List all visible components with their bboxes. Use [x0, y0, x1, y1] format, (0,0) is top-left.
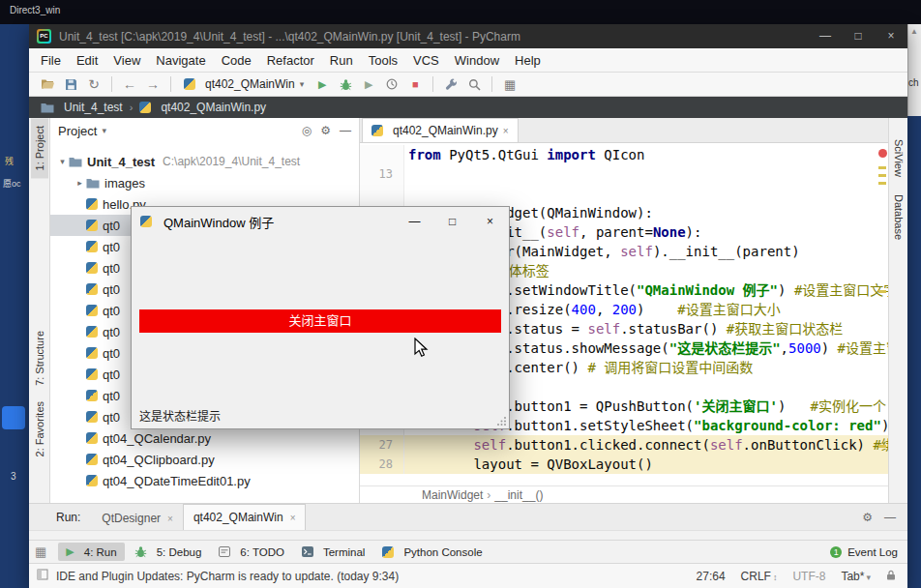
resize-grip[interactable]: [496, 416, 507, 426]
locate-icon[interactable]: ◎: [302, 124, 312, 137]
menu-file[interactable]: File: [33, 50, 69, 71]
grid-icon[interactable]: ▦: [499, 74, 520, 95]
project-panel-title[interactable]: Project: [58, 124, 97, 138]
desktop-icon[interactable]: [2, 406, 25, 429]
statusbar-corner-icon[interactable]: [37, 569, 48, 583]
menu-window[interactable]: Window: [447, 50, 507, 71]
minimize-button[interactable]: —: [809, 24, 842, 48]
menu-edit[interactable]: Edit: [69, 50, 105, 71]
coverage-icon[interactable]: ▶: [358, 74, 379, 95]
bottom-toolbar-items: ▶4: Run5: Debug6: TODOTerminalPython Con…: [58, 543, 490, 561]
close-main-window-button[interactable]: 关闭主窗口: [139, 309, 501, 333]
tree-item-label: qt0: [103, 240, 120, 254]
maximize-button[interactable]: □: [433, 207, 471, 236]
toolwindow-button-favorites[interactable]: 2: Favorites: [31, 394, 48, 464]
tree-item-path: C:\apk\2019_4\Unit_4_test: [163, 155, 300, 168]
back-icon[interactable]: ←: [119, 74, 140, 95]
line-separator[interactable]: CRLF↕: [741, 570, 778, 583]
run-configuration-label: qt402_QMainWin: [205, 77, 295, 91]
toolwindow-switcher-icon[interactable]: ▦: [35, 544, 46, 559]
toolwindow-button-5-debug[interactable]: 5: Debug: [127, 543, 210, 561]
stop-icon[interactable]: ■: [404, 74, 426, 95]
menu-code[interactable]: Code: [214, 50, 259, 71]
gear-icon[interactable]: ⚙: [862, 511, 873, 524]
tree-item-label: qt0: [103, 261, 120, 276]
menu-view[interactable]: View: [105, 50, 148, 71]
chevron-right-icon[interactable]: ▸: [74, 178, 86, 188]
wrench-icon[interactable]: [440, 74, 461, 95]
close-tab-icon[interactable]: ×: [290, 513, 296, 523]
toolwindow-button-sciview[interactable]: SciView: [893, 139, 905, 177]
sync-icon[interactable]: ↻: [83, 74, 104, 95]
menu-run[interactable]: Run: [322, 50, 361, 71]
pycharm-titlebar[interactable]: PC Unit_4_test [C:\apk\2019_4\Unit_4_tes…: [29, 24, 907, 48]
editor-tab[interactable]: qt402_QMainWin.py ×: [362, 118, 519, 142]
toolwindow-button-6-todo[interactable]: 6: TODO: [211, 543, 292, 561]
breadcrumb-label: qt402_QMainWin.py: [161, 101, 266, 114]
toolwindow-button-4-run[interactable]: ▶4: Run: [58, 543, 124, 561]
warning-mark: [878, 182, 886, 185]
toolwindow-button-terminal[interactable]: Terminal: [294, 543, 372, 561]
profiler-icon[interactable]: [381, 74, 402, 95]
toolwindow-button-database[interactable]: Database: [893, 194, 905, 240]
forward-icon[interactable]: →: [142, 74, 163, 95]
close-button[interactable]: ×: [471, 207, 509, 236]
menu-vcs[interactable]: VCS: [405, 50, 447, 71]
code-line[interactable]: from PyQt5.QtGui import QIcon: [360, 145, 888, 164]
minimize-button[interactable]: —: [396, 207, 433, 236]
code-line[interactable]: 28 layout = QVBoxLayout(): [360, 455, 888, 474]
updown-arrow-icon: ↕: [773, 573, 778, 582]
open-folder-icon[interactable]: [37, 74, 58, 95]
background-scrollbar[interactable]: ▲: [907, 24, 921, 116]
chevron-down-icon[interactable]: ▾: [102, 126, 106, 135]
tree-item[interactable]: ▾Unit_4_testC:\apk\2019_4\Unit_4_test: [50, 151, 359, 172]
indent-style[interactable]: Tab*▾: [841, 570, 871, 583]
menu-navigate[interactable]: Navigate: [148, 50, 213, 71]
menu-tools[interactable]: Tools: [361, 50, 405, 71]
python-icon: [382, 546, 394, 558]
dialog-titlebar[interactable]: QMainWindow 例子 — □ ×: [132, 207, 509, 236]
toolwindow-button-project[interactable]: 1: Project: [31, 118, 48, 178]
menu-help[interactable]: Help: [507, 50, 549, 71]
chevron-down-icon[interactable]: ▾: [56, 157, 69, 166]
run-configuration-select[interactable]: qt402_QMainWin▾: [178, 77, 310, 91]
save-icon[interactable]: [60, 74, 81, 95]
hide-panel-icon[interactable]: —: [884, 511, 896, 524]
tree-item-label: Unit_4_test: [87, 155, 155, 169]
breadcrumb-item[interactable]: Unit_4_test: [41, 101, 123, 114]
code-line[interactable]: 13: [360, 164, 888, 184]
run-tab[interactable]: qt402_QMainWin×: [183, 504, 307, 530]
status-message[interactable]: IDE and Plugin Updates: PyCharm is ready…: [56, 570, 399, 583]
hide-icon[interactable]: —: [340, 124, 351, 137]
lock-icon[interactable]: [886, 570, 896, 583]
tree-item-label: qt0: [103, 346, 120, 361]
breadcrumb-item[interactable]: __init__(): [494, 488, 543, 502]
tree-item[interactable]: qt04_QClipboard.py: [50, 449, 359, 470]
close-tab-icon[interactable]: ×: [167, 514, 173, 524]
tree-item[interactable]: qt04_QCalendar.py: [50, 427, 359, 449]
dialog-controls: — □ ×: [396, 207, 509, 236]
tree-item[interactable]: ▸images: [50, 172, 359, 193]
breadcrumb-item[interactable]: MainWidget: [422, 488, 483, 502]
background-window-titlebar: Direct3_win: [0, 0, 921, 24]
close-button[interactable]: ×: [875, 24, 907, 48]
close-tab-icon[interactable]: ×: [503, 126, 509, 136]
search-icon[interactable]: [463, 74, 485, 95]
run-icon[interactable]: ▶: [312, 74, 333, 95]
caret-position[interactable]: 27:64: [697, 570, 726, 583]
breadcrumb-item[interactable]: qt402_QMainWin.py: [139, 101, 266, 114]
debug-icon[interactable]: [335, 74, 356, 95]
code-line[interactable]: 27 self.button1.clicked.connect(self.onB…: [360, 435, 888, 455]
maximize-button[interactable]: □: [842, 24, 875, 48]
file-encoding[interactable]: UTF-8: [792, 570, 825, 583]
chevron-down-icon: ▾: [866, 573, 871, 582]
menu-refactor[interactable]: Refactor: [259, 50, 322, 71]
toolwindow-button-structure[interactable]: 7: Structure: [31, 323, 48, 394]
toolwindow-button-python-console[interactable]: Python Console: [374, 543, 490, 561]
code-line[interactable]: [360, 184, 888, 203]
tree-item-label: qt04_QCalendar.py: [103, 431, 211, 446]
event-log-button[interactable]: 1 Event Log: [830, 546, 898, 558]
run-tab[interactable]: QtDesigner×: [92, 507, 183, 530]
tree-item[interactable]: qt04_QDateTimeEdit01.py: [50, 470, 359, 491]
gear-icon[interactable]: ⚙: [320, 124, 331, 137]
